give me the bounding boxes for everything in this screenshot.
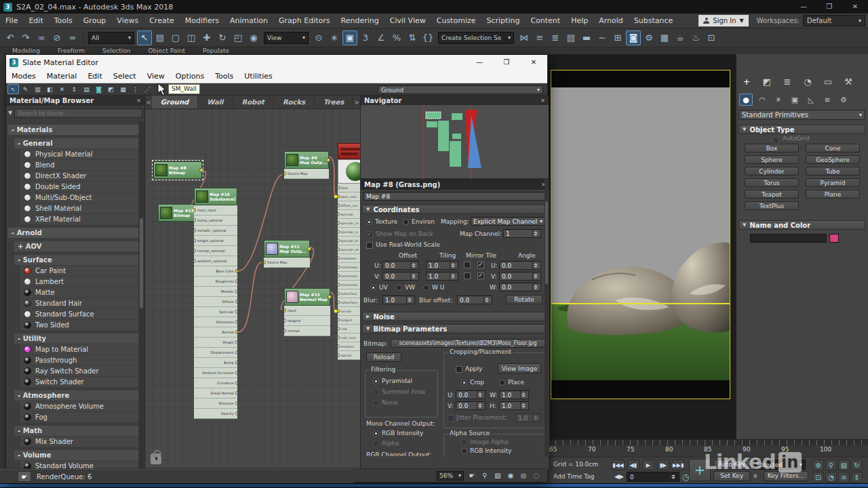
browser-row[interactable]: - Math [14,426,138,436]
slot-dot[interactable] [338,283,340,287]
pyramidal-radio[interactable] [373,378,379,384]
menu-item[interactable]: Animation [224,16,273,25]
output-dot[interactable] [199,168,203,172]
view-image-button[interactable]: View Image [498,363,541,373]
delete-selected-icon[interactable]: ✕ [56,84,68,94]
environ-radio[interactable] [403,219,409,225]
slot-dot[interactable] [338,318,340,322]
menu-item[interactable]: Rendering [336,16,384,25]
browser-row[interactable]: Standard Surface [20,309,138,319]
pan-to-selected-icon[interactable]: ◌ [531,470,542,481]
slot-dot[interactable] [338,336,340,340]
layout-children-icon[interactable]: ⋰ [142,84,153,94]
set-key-button[interactable]: Set Key [713,471,750,481]
slot-dot[interactable] [235,361,237,365]
select-and-move-icon[interactable]: ✚ [199,30,214,45]
slate-menu-item[interactable]: Modes [6,72,41,81]
node-map8-bitmap[interactable]: Map #8Bitmap [153,161,202,179]
create-tab-icon[interactable]: + [739,75,754,88]
select-and-manipulate-icon[interactable]: ∗ [327,30,342,45]
dolly-icon[interactable]: ⇕ [851,472,863,483]
menu-item[interactable]: Edit [23,16,48,25]
object-type-button[interactable]: Box [745,144,799,152]
bitmap-parameters-rollout[interactable]: ▼Bitmap Parameters [362,324,548,333]
jitter-field[interactable]: 1.0 [515,413,541,422]
uv-radio[interactable] [370,285,376,291]
modify-tab-icon[interactable]: ◩ [760,75,774,88]
selection-set-key-dropdown[interactable]: Selected▾ [753,460,806,470]
coordinates-rollout[interactable]: ▼Coordinates [362,205,548,214]
browser-row[interactable]: Fog [20,412,138,422]
hide-unused-nodeslots-icon[interactable]: ▤ [81,84,92,94]
slot-dot[interactable] [338,344,340,348]
shapes-icon[interactable]: ◠ [755,94,769,106]
v-tiling-field[interactable]: 1.0 [426,272,458,281]
output-dot[interactable] [307,247,311,251]
select-object-icon[interactable]: ↖ [137,30,152,45]
helpers-icon[interactable]: ◺ [804,94,818,106]
current-frame-field[interactable]: 0 [627,472,679,482]
undo-icon[interactable]: ↶ [3,30,18,45]
browser-row[interactable]: Matte [20,287,138,298]
tab-scroll-left-icon[interactable]: < [145,96,152,108]
lights-icon[interactable]: ☀ [772,94,785,106]
browser-row[interactable]: Map to Material [20,344,138,354]
summed-area-radio[interactable] [373,389,379,395]
key-mode-icon[interactable]: ⋔ [753,472,758,479]
mono-alpha-radio[interactable] [373,441,379,447]
active-view-dropdown[interactable]: Ground ▾ [378,85,543,94]
menu-item[interactable]: Customize [431,16,481,25]
v-offset-field[interactable]: 0.0 [382,272,419,281]
slot-dot[interactable] [235,320,237,324]
create-key-button[interactable]: + [689,459,711,481]
u-tile-checkbox[interactable] [477,262,484,268]
slot-dot[interactable] [338,265,340,269]
pan-view-icon[interactable]: ⊕ [812,460,824,470]
slot-dot[interactable] [338,203,340,207]
slot-dot[interactable] [338,212,340,216]
browser-row[interactable]: - Surface [14,255,138,265]
u-offset-field[interactable]: 0.0 [382,261,419,270]
slot-dot[interactable] [338,186,340,190]
crop-v-field[interactable]: 0.0 [456,401,486,410]
geometry-icon[interactable]: ● [739,94,753,106]
zoom-extents-icon[interactable]: ◉ [505,470,516,481]
show-background-icon[interactable]: ◩ [105,84,117,94]
browser-row[interactable]: Two Sided [20,320,138,330]
select-and-link-icon[interactable]: ∞ [34,30,49,45]
params-scrollbar[interactable] [545,179,549,456]
space-warps-icon[interactable]: ≋ [821,94,834,106]
pan-tool-icon[interactable]: ☛ [467,470,477,481]
map-name-field[interactable]: Map #8 [363,192,545,201]
autogrid-checkbox[interactable] [772,137,779,144]
node-canvas[interactable]: Map #8Bitmap Map #13Bitmap Map #10Substa… [145,109,360,470]
slot-dot[interactable] [235,269,237,273]
material-editor-icon[interactable]: ◙ [626,30,641,45]
slot-dot[interactable] [284,308,286,312]
v-mirror-checkbox[interactable] [464,272,471,279]
browser-row[interactable]: - Volume [14,450,138,460]
slot-dot[interactable] [235,401,237,405]
node-map15-normal-map[interactable]: Map #15Normal Map inputtangentnormal [284,288,330,336]
display-tab-icon[interactable]: ▭ [821,75,835,88]
browser-row[interactable]: - Atmosphere [14,390,138,401]
slot-dot[interactable] [194,259,196,263]
zoom-level-dropdown[interactable]: 56%▾ [437,471,464,481]
go-to-start-icon[interactable]: ▮◀◀ [612,460,625,470]
redo-icon[interactable]: ↷ [18,30,33,45]
browser-row[interactable]: DirectX Shader [20,171,138,181]
rotate-button[interactable]: Rotate [506,295,542,304]
systems-icon[interactable]: ⚙ [837,94,850,106]
render-setup-icon[interactable]: ⚙ [642,30,656,45]
menu-item[interactable]: Civil View [384,16,431,25]
crop-radio[interactable] [461,380,467,386]
map-channel-field[interactable]: 1 [503,229,541,238]
slot-dot[interactable] [338,309,340,313]
menu-item[interactable]: Scripting [481,16,525,25]
object-name-field[interactable] [750,234,827,243]
slot-dot[interactable] [235,310,237,314]
output-dot[interactable] [326,158,330,162]
ribbon-tab[interactable]: Populate [203,47,229,54]
primitive-category-dropdown[interactable]: Standard Primitives▾ [738,110,865,120]
object-type-button[interactable]: Teapot [745,190,799,199]
